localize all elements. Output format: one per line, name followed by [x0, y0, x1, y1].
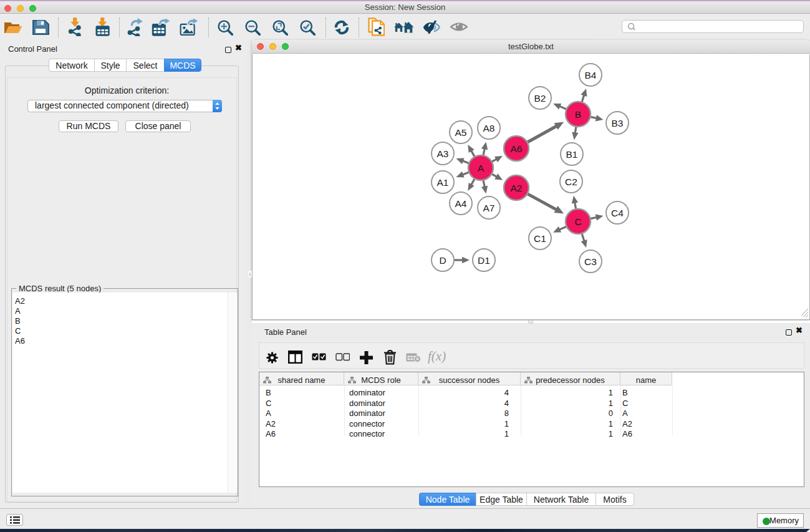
- svg-text:A7: A7: [483, 203, 495, 213]
- svg-text:A6: A6: [511, 143, 523, 154]
- svg-text:A4: A4: [455, 198, 467, 209]
- svg-text:A2: A2: [511, 183, 523, 193]
- svg-text:D1: D1: [478, 255, 490, 266]
- svg-text:B3: B3: [612, 118, 624, 128]
- svg-text:C1: C1: [534, 233, 546, 244]
- svg-text:A3: A3: [437, 148, 449, 159]
- svg-text:B2: B2: [534, 93, 546, 104]
- svg-text:C4: C4: [611, 208, 624, 218]
- svg-text:A5: A5: [455, 127, 467, 138]
- svg-text:B1: B1: [566, 149, 578, 160]
- svg-text:C: C: [574, 216, 581, 227]
- svg-text:B4: B4: [585, 70, 597, 80]
- svg-text:C2: C2: [565, 177, 577, 187]
- svg-text:B: B: [575, 109, 581, 120]
- svg-text:A8: A8: [483, 123, 495, 133]
- svg-text:A1: A1: [437, 177, 449, 188]
- svg-text:A: A: [478, 163, 485, 173]
- svg-text:D: D: [439, 255, 446, 266]
- svg-text:C3: C3: [584, 256, 597, 267]
